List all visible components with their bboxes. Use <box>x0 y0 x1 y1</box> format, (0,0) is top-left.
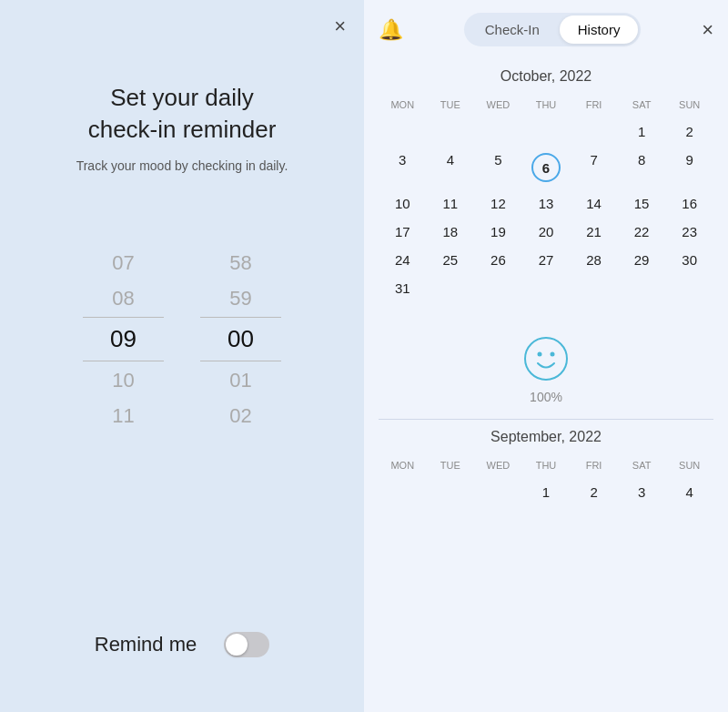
hour-10: 10 <box>112 363 134 397</box>
cal-day-empty <box>618 274 666 302</box>
calendar-september: September, 2022 MON TUE WED THU FRI SAT … <box>364 420 728 521</box>
remind-toggle[interactable] <box>224 632 269 657</box>
toggle-knob <box>226 634 248 656</box>
cal-day-empty <box>427 274 475 302</box>
cal-day-empty <box>427 117 475 146</box>
close-button-right[interactable]: × <box>702 18 713 42</box>
cal-day-7: 7 <box>570 146 618 189</box>
cal-day-14: 14 <box>570 189 618 218</box>
header-tue: TUE <box>427 96 475 117</box>
cal-day-5: 5 <box>474 146 522 189</box>
cal-day-6-today: 6 <box>522 146 571 189</box>
cal-day-26: 26 <box>474 246 522 274</box>
reminder-subtitle: Track your mood by checking in daily. <box>76 158 288 173</box>
cal-day-21: 21 <box>570 218 618 246</box>
sep-empty2 <box>427 478 475 506</box>
header-mon: MON <box>379 96 427 117</box>
cal-day-empty <box>379 117 427 146</box>
header-tue-sep: TUE <box>427 456 475 478</box>
cal-day-empty <box>522 274 571 302</box>
right-panel: 🔔 Check-In History × October, 2022 MON T… <box>364 0 728 712</box>
minute-00-selected: 00 <box>200 317 281 361</box>
cal-day-16: 16 <box>665 189 713 218</box>
tab-group: Check-In History <box>464 13 642 46</box>
minute-02: 02 <box>229 399 251 432</box>
calendar-grid-september: MON TUE WED THU FRI SAT SUN 1 2 3 4 <box>379 456 713 506</box>
cal-day-15: 15 <box>618 189 666 218</box>
hour-column[interactable]: 07 08 09 10 11 <box>83 246 164 432</box>
cal-day-empty <box>570 274 618 302</box>
header-fri-sep: FRI <box>570 456 618 478</box>
calendar-october: October, 2022 MON TUE WED THU FRI SAT SU… <box>364 59 728 317</box>
remind-row: Remind me <box>0 632 364 657</box>
month-title-september: September, 2022 <box>379 429 713 445</box>
header-sat-sep: SAT <box>618 456 666 478</box>
cal-day-empty <box>522 117 571 146</box>
header-thu-sep: THU <box>522 456 571 478</box>
sep-empty3 <box>474 478 522 506</box>
hour-08: 08 <box>112 281 134 315</box>
sep-day-1: 1 <box>522 478 571 506</box>
svg-point-0 <box>525 338 567 380</box>
cal-day-11: 11 <box>427 189 475 218</box>
hour-09-selected: 09 <box>83 317 164 361</box>
header-thu: THU <box>522 96 571 117</box>
cal-day-17: 17 <box>379 218 427 246</box>
cal-day-4: 4 <box>427 146 475 189</box>
cal-day-19: 19 <box>474 218 522 246</box>
cal-day-27: 27 <box>522 246 571 274</box>
header-wed-sep: WED <box>474 456 522 478</box>
cal-day-10: 10 <box>379 189 427 218</box>
cal-day-20: 20 <box>522 218 571 246</box>
close-button-left[interactable]: × <box>334 16 346 36</box>
minute-01: 01 <box>229 363 251 397</box>
time-picker[interactable]: 07 08 09 10 11 58 59 00 01 02 <box>83 246 281 432</box>
header-wed: WED <box>474 96 522 117</box>
minute-59: 59 <box>229 281 251 315</box>
bell-icon: 🔔 <box>379 18 403 42</box>
month-title-october: October, 2022 <box>379 68 713 85</box>
left-panel: × Set your dailycheck-in reminder Track … <box>0 0 364 712</box>
cal-day-23: 23 <box>665 218 713 246</box>
cal-day-empty <box>665 274 713 302</box>
cal-day-28: 28 <box>570 246 618 274</box>
cal-day-29: 29 <box>618 246 666 274</box>
cal-day-8: 8 <box>618 146 666 189</box>
cal-day-22: 22 <box>618 218 666 246</box>
header-sun: SUN <box>665 96 713 117</box>
calendar-grid-october: MON TUE WED THU FRI SAT SUN 1 2 3 4 5 6 … <box>379 96 713 302</box>
cal-day-empty <box>474 117 522 146</box>
sep-day-2: 2 <box>570 478 618 506</box>
cal-day-31: 31 <box>379 274 427 302</box>
header-mon-sep: MON <box>379 456 427 478</box>
cal-day-3: 3 <box>379 146 427 189</box>
cal-day-empty <box>570 117 618 146</box>
hour-11: 11 <box>112 399 134 432</box>
cal-day-13: 13 <box>522 189 571 218</box>
mood-percent: 100% <box>530 390 562 404</box>
header-sun-sep: SUN <box>665 456 713 478</box>
cal-day-30: 30 <box>665 246 713 274</box>
cal-day-24: 24 <box>379 246 427 274</box>
hour-07: 07 <box>112 246 134 280</box>
cal-day-empty <box>474 274 522 302</box>
minute-58: 58 <box>229 246 251 280</box>
cal-day-9: 9 <box>665 146 713 189</box>
remind-label: Remind me <box>95 633 197 656</box>
cal-day-1: 1 <box>618 117 666 146</box>
svg-point-1 <box>538 352 542 357</box>
sep-day-3: 3 <box>618 478 666 506</box>
reminder-title: Set your dailycheck-in reminder <box>88 82 277 146</box>
sep-day-4: 4 <box>665 478 713 506</box>
sep-empty1 <box>379 478 427 506</box>
tab-history[interactable]: History <box>560 15 639 44</box>
cal-day-12: 12 <box>474 189 522 218</box>
minute-column[interactable]: 58 59 00 01 02 <box>200 246 281 432</box>
tab-checkin[interactable]: Check-In <box>467 15 558 44</box>
header-sat: SAT <box>618 96 666 117</box>
cal-day-2: 2 <box>665 117 713 146</box>
mood-section: 100% <box>364 317 728 419</box>
svg-point-2 <box>551 352 555 357</box>
cal-day-18: 18 <box>427 218 475 246</box>
top-bar: 🔔 Check-In History × <box>364 0 728 59</box>
